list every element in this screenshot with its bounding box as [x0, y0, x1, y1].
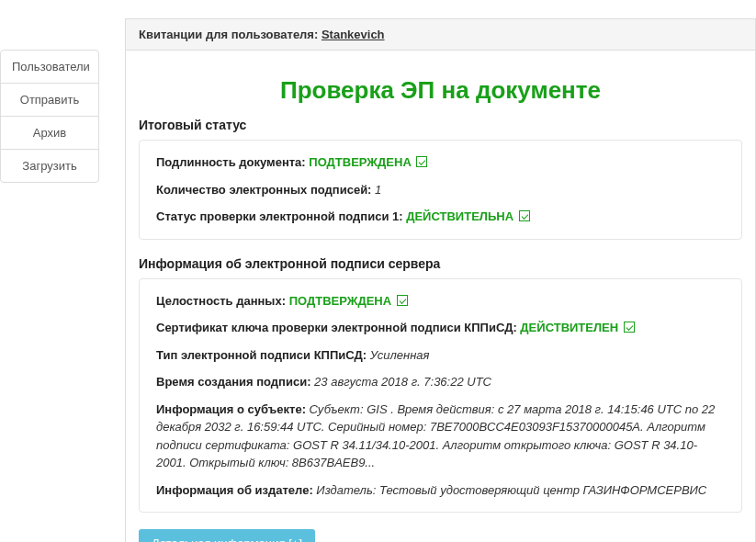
header-prefix: Квитанции для пользователя:	[139, 28, 318, 41]
header-user-link[interactable]: Stankevich	[322, 28, 385, 41]
signature-type-value: Усиленная	[370, 348, 430, 362]
panel-summary: Подлинность документа: ПОДТВЕРЖДЕНА Коли…	[139, 140, 742, 240]
issuer-info-label: Информация об издателе:	[156, 483, 313, 497]
doc-authenticity-label: Подлинность документа:	[156, 155, 306, 169]
signature-type-label: Тип электронной подписи КППиСД:	[156, 348, 367, 362]
signature1-status-label: Статус проверки электронной подписи 1:	[156, 209, 403, 223]
check-icon	[519, 210, 530, 221]
check-icon	[397, 295, 408, 306]
detail-info-button[interactable]: Детальная информация [+]	[139, 529, 315, 542]
page-title: Проверка ЭП на документе	[139, 76, 742, 105]
signature-time-label: Время создания подписи:	[156, 375, 310, 389]
sidebar-nav: Пользователи Отправить Архив Загрузить	[0, 50, 99, 183]
check-icon	[624, 322, 635, 333]
section1-heading: Итоговый статус	[139, 118, 742, 132]
signature-count-value: 1	[375, 183, 381, 197]
signature-count-label: Количество электронных подписей:	[156, 183, 371, 197]
signature1-status-value: ДЕЙСТВИТЕЛЬНА	[406, 209, 513, 223]
sidebar-item-send[interactable]: Отправить	[1, 84, 98, 117]
cert-key-status: ДЕЙСТВИТЕЛЕН	[520, 321, 618, 334]
signature-time-value: 23 августа 2018 г. 7:36:22 UTC	[314, 375, 491, 389]
cert-key-label: Сертификат ключа проверки электронной по…	[156, 321, 517, 334]
doc-authenticity-status: ПОДТВЕРЖДЕНА	[309, 155, 412, 169]
sidebar-item-users[interactable]: Пользователи	[1, 51, 98, 84]
section2-heading: Информация об электронной подписи сервер…	[139, 256, 742, 271]
subject-info-label: Информация о субъекте:	[156, 402, 306, 416]
check-icon	[416, 156, 427, 167]
issuer-info-value: Издатель: Тестовый удостоверяющий центр …	[316, 483, 706, 497]
header-bar: Квитанции для пользователя: Stankevich	[126, 18, 755, 51]
data-integrity-label: Целостность данных:	[156, 294, 286, 308]
sidebar-item-archive[interactable]: Архив	[1, 117, 98, 150]
sidebar-item-upload[interactable]: Загрузить	[1, 150, 98, 182]
data-integrity-status: ПОДТВЕРЖДЕНА	[289, 294, 392, 308]
panel-server-signature: Целостность данных: ПОДТВЕРЖДЕНА Сертифи…	[139, 278, 742, 514]
